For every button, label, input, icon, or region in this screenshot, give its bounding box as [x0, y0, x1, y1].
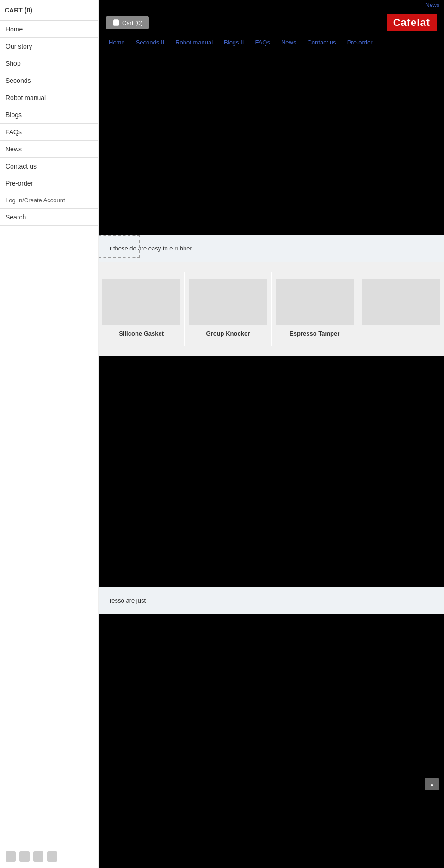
products-section: Silicone Gasket Group Knocker Espresso T…	[99, 262, 444, 356]
sidebar-item-our-story[interactable]: Our story	[0, 38, 98, 55]
product-name-2: Group Knocker	[206, 330, 250, 337]
product-intro-card-2: resso are just	[99, 587, 444, 615]
sidebar-item-pre-order[interactable]: Pre-order	[0, 175, 98, 192]
main-nav-robot-manual[interactable]: Robot manual	[170, 35, 218, 50]
sidebar-search[interactable]: Search	[0, 209, 98, 226]
main-nav-home[interactable]: Home	[103, 35, 130, 50]
facebook-icon[interactable]	[6, 851, 16, 862]
scroll-to-top-button[interactable]: ▲	[425, 778, 439, 790]
sidebar-item-seconds[interactable]: Seconds	[0, 72, 98, 89]
sidebar-social-icons	[0, 845, 98, 868]
cart-label: Cart (0)	[122, 19, 142, 26]
product-card-1[interactable]: Silicone Gasket	[99, 272, 185, 346]
sidebar-item-shop[interactable]: Shop	[0, 55, 98, 72]
product-image-3	[276, 279, 354, 325]
top-bar: News	[99, 0, 444, 10]
main-content: News Cart (0) Cafelat Home Seconds II Ro…	[99, 0, 444, 868]
black-section-2	[99, 356, 444, 587]
cart-button[interactable]: Cart (0)	[106, 16, 149, 29]
product-card-4[interactable]	[358, 272, 444, 346]
sidebar-item-faqs[interactable]: FAQs	[0, 124, 98, 141]
product-card-3[interactable]: Espresso Tamper	[272, 272, 358, 346]
cart-icon	[112, 19, 120, 26]
main-nav-seconds[interactable]: Seconds II	[130, 35, 170, 50]
main-nav-news[interactable]: News	[276, 35, 302, 50]
product-name-3: Espresso Tamper	[290, 330, 339, 337]
sidebar-item-blogs[interactable]: Blogs	[0, 106, 98, 124]
product-intro-text: r these do are easy to e rubber	[110, 244, 433, 253]
main-nav: Home Seconds II Robot manual Blogs II FA…	[99, 35, 444, 50]
youtube-icon[interactable]	[47, 851, 57, 862]
black-section-3: ▲	[99, 614, 444, 799]
instagram-icon[interactable]	[19, 851, 30, 862]
twitter-icon[interactable]	[33, 851, 43, 862]
sidebar-item-robot-manual[interactable]: Robot manual	[0, 89, 98, 106]
sidebar-item-contact-us[interactable]: Contact us	[0, 158, 98, 175]
sidebar-item-home[interactable]: Home	[0, 21, 98, 38]
main-nav-faqs[interactable]: FAQs	[249, 35, 276, 50]
sidebar: CART (0) Home Our story Shop Seconds Rob…	[0, 0, 99, 868]
topbar-news-link[interactable]: News	[426, 2, 439, 8]
dashed-box-overlay	[99, 235, 140, 258]
site-logo[interactable]: Cafelat	[387, 14, 437, 31]
main-nav-contact-us[interactable]: Contact us	[302, 35, 341, 50]
sidebar-item-news[interactable]: News	[0, 141, 98, 158]
product-intro-text-2: resso are just	[110, 596, 433, 606]
product-image-1	[102, 279, 180, 325]
main-nav-pre-order[interactable]: Pre-order	[342, 35, 378, 50]
product-image-4	[362, 279, 440, 325]
sidebar-navigation: Home Our story Shop Seconds Robot manual…	[0, 21, 98, 845]
product-image-2	[189, 279, 267, 325]
main-header: Cart (0) Cafelat	[99, 10, 444, 35]
main-nav-blogs[interactable]: Blogs II	[218, 35, 249, 50]
hero-section	[99, 50, 444, 235]
products-row: Silicone Gasket Group Knocker Espresso T…	[99, 272, 444, 346]
sidebar-login-create[interactable]: Log In/Create Account	[0, 192, 98, 209]
product-name-1: Silicone Gasket	[119, 330, 164, 337]
product-intro-card: r these do are easy to e rubber	[99, 235, 444, 262]
sidebar-cart-label: CART (0)	[0, 0, 98, 21]
product-card-2[interactable]: Group Knocker	[185, 272, 271, 346]
